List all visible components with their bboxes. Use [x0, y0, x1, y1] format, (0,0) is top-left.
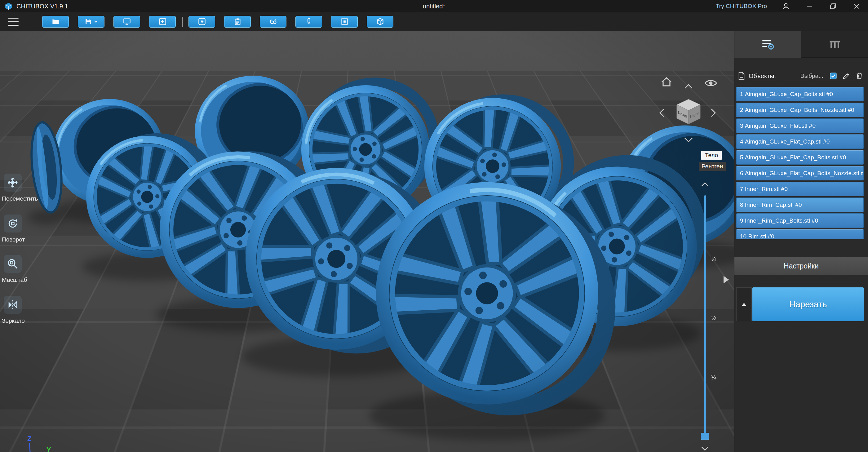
mirror-tool-label: Зеркало	[2, 318, 70, 324]
hollow-icon	[269, 18, 277, 26]
objects-header: Объекты: Выбра...	[738, 68, 864, 84]
cube-rotate-left-button[interactable]	[658, 107, 665, 118]
close-icon	[853, 2, 860, 10]
list-item[interactable]: 7.Inner_Rim.stl #0	[736, 182, 864, 196]
cube-rotate-up-button[interactable]	[683, 83, 694, 90]
list-item[interactable]: 3.Aimgain_GLuxe_Flat.stl #0	[736, 118, 864, 133]
chevron-down-icon	[94, 20, 98, 23]
title-bar: CHITUBOX V1.9.1 untitled* Try CHITUBOX P…	[0, 0, 868, 12]
select-all-button[interactable]	[828, 71, 838, 81]
restore-button[interactable]	[828, 2, 838, 11]
chitubox-window: CHITUBOX V1.9.1 untitled* Try CHITUBOX P…	[0, 0, 868, 452]
panel-collapse-arrow[interactable]	[723, 276, 729, 283]
document-title: untitled*	[423, 3, 445, 10]
pencil-icon	[842, 72, 850, 80]
mirror-icon	[4, 296, 22, 314]
support-icon	[828, 38, 842, 50]
app-logo-icon	[4, 2, 13, 10]
clip-slider-handle[interactable]	[701, 433, 709, 440]
try-pro-link[interactable]: Try CHITUBOX Pro	[716, 3, 767, 10]
user-icon	[782, 2, 790, 10]
list-item[interactable]: 9.Inner_Rim_Cap_Bolts.stl #0	[736, 213, 864, 228]
rename-button[interactable]	[841, 71, 851, 81]
main-toolbar	[0, 12, 868, 31]
print-button[interactable]	[367, 16, 393, 28]
minimize-icon	[806, 2, 813, 10]
close-button[interactable]	[852, 2, 861, 11]
body-mode-chip[interactable]: Тело	[701, 151, 722, 160]
cube-rotate-right-button[interactable]	[710, 107, 717, 118]
rotate-icon	[4, 214, 22, 233]
3d-scene[interactable]	[0, 31, 734, 452]
slice-area: Нарезать	[734, 288, 868, 321]
minimize-button[interactable]	[805, 2, 814, 11]
home-view-button[interactable]	[660, 75, 673, 89]
menu-button[interactable]	[8, 18, 19, 26]
trash-icon	[855, 72, 863, 80]
object-list: 1.Aimgain_GLuxe_Cap_Bolts.stl #02.Aimgai…	[734, 87, 868, 239]
open-button[interactable]	[42, 16, 69, 28]
save-button[interactable]	[78, 16, 104, 28]
slider-label-quarter: ¼	[711, 255, 716, 262]
visibility-eye-button[interactable]	[704, 76, 718, 90]
list-item[interactable]: 4.Aimgain_GLuxe_Flat_Cap.stl #0	[736, 134, 864, 149]
slider-down-button[interactable]	[700, 445, 711, 452]
list-item[interactable]: 2.Aimgain_GLuxe_Cap_Bolts_Nozzle.stl #0	[736, 102, 864, 117]
select-label: Выбра...	[800, 72, 824, 79]
xray-mode-chip[interactable]: Рентген	[699, 162, 726, 171]
scale-tool-label: Масштаб	[2, 276, 70, 283]
app-title: CHITUBOX V1.9.1	[17, 3, 68, 10]
infill-button[interactable]	[331, 16, 358, 28]
slice-expand-button[interactable]	[736, 288, 752, 321]
drill-hole-button[interactable]	[296, 16, 322, 28]
move-tool-button[interactable]: Переместить	[2, 174, 70, 202]
restore-icon	[829, 2, 837, 10]
monitor-icon	[123, 18, 131, 26]
list-item[interactable]: 10.Rim.stl #0	[736, 229, 864, 239]
tab-support[interactable]	[801, 31, 868, 58]
axis-z-label: Z	[27, 434, 31, 442]
clip-slider-track[interactable]	[704, 195, 706, 434]
slider-label-threequarter: ¾	[711, 373, 716, 381]
undo-icon	[158, 18, 167, 26]
hollow-button[interactable]	[260, 16, 286, 28]
move-icon	[4, 174, 22, 191]
objects-label: Объекты:	[749, 72, 776, 80]
list-item[interactable]: 1.Aimgain_GLuxe_Cap_Bolts.stl #0	[736, 87, 864, 101]
right-panel: Объекты: Выбра...	[734, 31, 868, 452]
slider-label-half: ½	[711, 314, 716, 322]
settings-list-icon	[761, 38, 775, 50]
viewport-3d[interactable]: Переместить Поворот	[0, 31, 734, 452]
undo-button[interactable]	[149, 16, 176, 28]
toolbar-separator	[182, 17, 183, 27]
delete-button[interactable]	[855, 71, 864, 81]
list-item[interactable]: 8.Inner_Rim_Cap.stl #0	[736, 198, 864, 212]
printer-icon	[376, 18, 384, 26]
scale-tool-button[interactable]: Масштаб	[2, 255, 70, 283]
document-icon	[738, 71, 746, 80]
list-item[interactable]: 6.Aimgain_GLuxe_Flat_Cap_Bolts_Nozzle.st…	[736, 166, 864, 180]
mirror-tool-button[interactable]: Зеркало	[2, 296, 70, 324]
checkbox-icon	[829, 72, 837, 80]
move-tool-label: Переместить	[2, 195, 70, 202]
monitor-button[interactable]	[114, 16, 140, 28]
scale-icon	[4, 255, 22, 273]
axis-gizmo: Z Y X	[12, 434, 62, 452]
transform-toolbar: Переместить Поворот	[0, 31, 71, 452]
clone-button[interactable]	[224, 16, 251, 28]
settings-button[interactable]: Настройки	[734, 257, 868, 275]
tab-settings-list[interactable]	[734, 31, 801, 58]
cube-rotate-down-button[interactable]	[683, 137, 694, 143]
rotate-tool-button[interactable]: Поворот	[2, 214, 70, 243]
account-button[interactable]	[781, 2, 790, 11]
triangle-up-icon	[742, 303, 746, 306]
slider-up-button[interactable]	[700, 181, 711, 188]
drill-icon	[305, 18, 313, 26]
redo-button[interactable]	[188, 16, 215, 28]
view-cube[interactable]: Front Right	[667, 91, 710, 134]
save-icon	[84, 18, 92, 25]
list-item[interactable]: 5.Aimgain_GLuxe_Flat_Cap_Bolts.stl #0	[736, 150, 864, 164]
slice-button[interactable]: Нарезать	[752, 288, 864, 321]
panel-tabs	[734, 31, 868, 58]
open-folder-icon	[52, 18, 60, 26]
